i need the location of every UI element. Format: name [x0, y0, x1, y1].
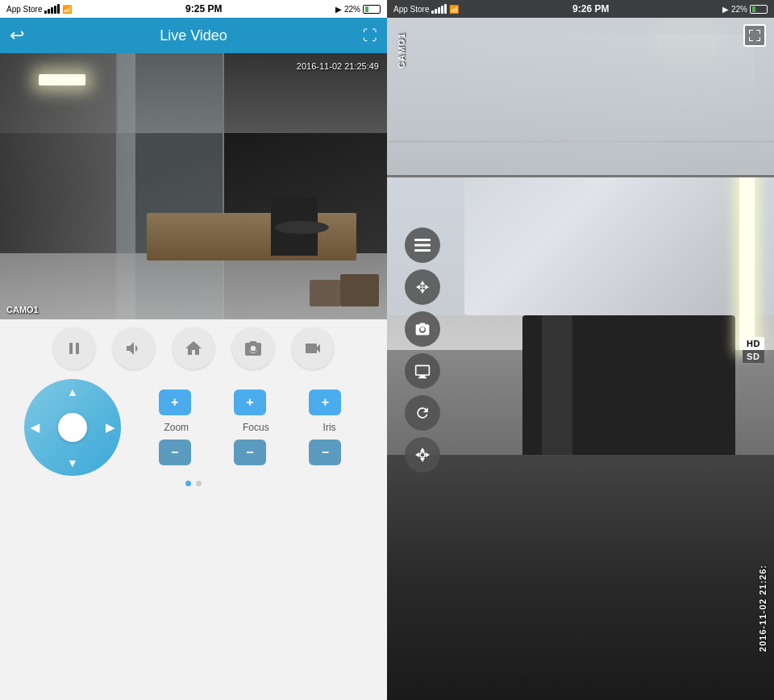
svg-marker-14 [426, 452, 430, 457]
hd-badge[interactable]: HD [743, 337, 764, 350]
carrier-left: App Store 📶 [6, 4, 72, 14]
fisheye-scene [387, 0, 774, 700]
battery-pct-right: 22% [731, 5, 747, 14]
pause-icon [64, 339, 84, 358]
focus-minus-group: − [234, 440, 266, 465]
volume-icon [124, 339, 144, 358]
fullscreen-button[interactable] [743, 24, 766, 47]
cam-label-left: CAMO1 [6, 305, 39, 315]
timestamp-right: 2016-11-02 21:26: [758, 565, 768, 652]
svg-point-15 [420, 452, 425, 457]
fisheye-light-right [739, 175, 755, 350]
iris-minus-group: − [309, 440, 341, 465]
camera-snapshot-icon [243, 339, 263, 358]
nav-bar: ↩ Live Video ⛶ [0, 18, 387, 53]
svg-marker-11 [420, 448, 425, 452]
ptz-wheel[interactable]: ▲ ▼ ◀ ▶ [24, 379, 121, 476]
camera-settings-button[interactable] [405, 311, 440, 347]
snapshot-button[interactable] [232, 327, 274, 369]
ptz-outer: ▲ ▼ ◀ ▶ [24, 379, 121, 476]
refresh-button[interactable] [405, 395, 440, 431]
ptz-up-arrow[interactable]: ▲ [67, 385, 78, 398]
zoom-minus-group: − [159, 440, 191, 465]
pause-button[interactable] [53, 327, 95, 369]
video-scene-left [0, 53, 387, 319]
ptz-directions-icon [414, 446, 431, 464]
scene-desk [147, 213, 356, 260]
left-panel: App Store 📶 9:25 PM ▶ 22% ↩ Live Video ⛶ [0, 0, 387, 700]
page-dot-1[interactable] [185, 481, 191, 486]
svg-rect-2 [414, 239, 431, 241]
svg-marker-5 [420, 281, 425, 285]
svg-rect-3 [414, 244, 431, 247]
ptz-toolbar-button[interactable] [405, 269, 440, 305]
page-dot-2[interactable] [196, 481, 202, 486]
cam-label-right: CAMO1 [397, 32, 406, 69]
carrier-right: App Store 📶 [393, 4, 459, 14]
home-button[interactable] [173, 327, 214, 369]
iris-label: Iris [323, 422, 336, 433]
zoom-focus-iris: + + + Zoom Focus [137, 390, 363, 465]
battery-area-left: ▶ 22% [335, 5, 381, 14]
svg-marker-13 [415, 452, 419, 457]
timestamp-left: 2016-11-02 21:25:49 [297, 61, 379, 71]
focus-plus-button[interactable]: + [234, 390, 266, 415]
status-bar-left: App Store 📶 9:25 PM ▶ 22% [0, 0, 387, 18]
iris-minus-button[interactable]: − [309, 440, 341, 465]
volume-button[interactable] [113, 327, 155, 369]
ptz-toolbar-icon [414, 279, 431, 295]
controls-area: ▲ ▼ ◀ ▶ + + + [0, 319, 387, 700]
carrier-label-right: App Store [393, 5, 429, 14]
box2 [310, 280, 340, 306]
focus-minus-button[interactable]: − [234, 440, 266, 465]
quality-badge: HD SD [743, 337, 764, 363]
dark-bottom [387, 455, 774, 700]
svg-marker-6 [420, 290, 425, 294]
signal-right [431, 4, 447, 14]
iris-plus-button[interactable]: + [309, 390, 341, 415]
focus-group: + [234, 390, 266, 415]
menu-icon [414, 239, 431, 252]
control-buttons-row [53, 327, 334, 369]
location-icon-right: ▶ [722, 5, 729, 14]
scene-light [39, 74, 85, 85]
zfi-labels-row: Zoom Focus Iris [137, 422, 363, 433]
monitor-button[interactable] [405, 353, 440, 389]
ptz-center [58, 413, 87, 442]
video-feed-right: CAMO1 2016-11-02 21:26: [387, 0, 774, 700]
svg-rect-1 [76, 343, 79, 354]
svg-rect-0 [69, 343, 73, 354]
menu-button[interactable] [405, 227, 440, 263]
battery-area-right: ▶ 22% [722, 5, 768, 14]
camera-settings-icon [414, 321, 431, 337]
ptz-down-arrow[interactable]: ▼ [67, 456, 78, 469]
record-button[interactable] [292, 327, 334, 369]
right-toolbar [405, 227, 440, 473]
zfi-minus-row: − − − [137, 440, 363, 465]
zoom-group: + [159, 390, 191, 415]
ptz-left-arrow[interactable]: ◀ [31, 421, 40, 434]
record-icon [303, 339, 322, 358]
zoom-plus-button[interactable]: + [159, 390, 191, 415]
svg-marker-8 [425, 285, 429, 290]
zfi-plus-row: + + + [137, 390, 363, 415]
time-right: 9:26 PM [572, 3, 609, 15]
metal-divider [387, 175, 774, 177]
svg-marker-12 [420, 458, 425, 462]
ptz-right-arrow[interactable]: ▶ [106, 421, 114, 434]
iris-group: + [309, 390, 341, 415]
zoom-label: Zoom [164, 422, 189, 433]
right-panel: App Store 📶 9:26 PM ▶ 22% [387, 0, 774, 700]
monitor-icon [414, 363, 431, 379]
page-title: Live Video [160, 27, 227, 44]
expand-button[interactable]: ⛶ [363, 27, 377, 44]
ptz-directions-button[interactable] [405, 437, 440, 473]
back-button[interactable]: ↩ [10, 25, 24, 46]
focus-label: Focus [243, 422, 269, 433]
signal-left [44, 4, 60, 14]
zoom-minus-button[interactable]: − [159, 440, 191, 465]
box1 [340, 274, 379, 306]
svg-rect-4 [414, 249, 431, 252]
sd-badge[interactable]: SD [743, 350, 764, 363]
fullscreen-icon [749, 30, 760, 41]
